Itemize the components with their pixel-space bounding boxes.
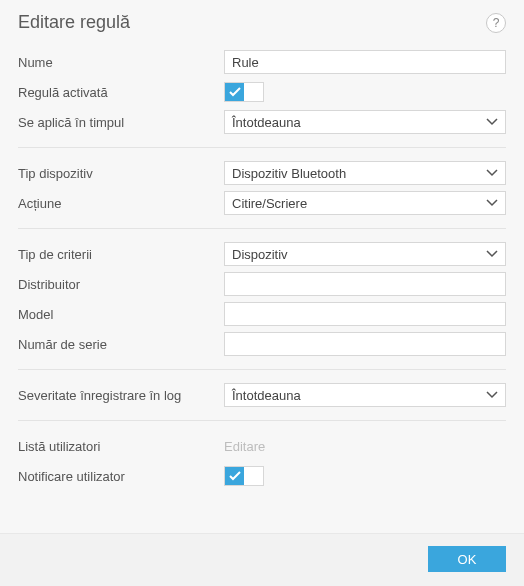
applies-select[interactable]: Întotdeauna xyxy=(224,110,506,134)
row-serial: Număr de serie xyxy=(18,329,506,359)
row-model: Model xyxy=(18,299,506,329)
serial-input[interactable] xyxy=(224,332,506,356)
notify-user-toggle[interactable] xyxy=(224,466,264,486)
row-applies: Se aplică în timpul Întotdeauna xyxy=(18,107,506,137)
model-input[interactable] xyxy=(224,302,506,326)
vendor-label: Distribuitor xyxy=(18,277,224,292)
criteria-type-value: Dispozitiv xyxy=(232,247,288,262)
chevron-down-icon xyxy=(486,169,498,177)
edit-rule-dialog: Editare regulă ? Nume Regulă activată xyxy=(0,0,524,586)
dialog-title: Editare regulă xyxy=(18,12,130,33)
chevron-down-icon xyxy=(486,199,498,207)
divider xyxy=(18,420,506,421)
action-select[interactable]: Citire/Scriere xyxy=(224,191,506,215)
log-severity-value: Întotdeauna xyxy=(232,388,301,403)
ok-button[interactable]: OK xyxy=(428,546,506,572)
applies-label: Se aplică în timpul xyxy=(18,115,224,130)
row-enabled: Regulă activată xyxy=(18,77,506,107)
check-icon xyxy=(225,83,244,101)
device-type-select[interactable]: Dispozitiv Bluetooth xyxy=(224,161,506,185)
applies-value: Întotdeauna xyxy=(232,115,301,130)
help-button[interactable]: ? xyxy=(486,13,506,33)
user-list-edit-link: Editare xyxy=(224,439,265,454)
row-notify-user: Notificare utilizator xyxy=(18,461,506,491)
log-severity-label: Severitate înregistrare în log xyxy=(18,388,224,403)
vendor-input[interactable] xyxy=(224,272,506,296)
dialog-header: Editare regulă ? xyxy=(0,0,524,43)
criteria-type-select[interactable]: Dispozitiv xyxy=(224,242,506,266)
chevron-down-icon xyxy=(486,118,498,126)
check-icon xyxy=(225,467,244,485)
action-value: Citire/Scriere xyxy=(232,196,307,211)
enabled-label: Regulă activată xyxy=(18,85,224,100)
row-vendor: Distribuitor xyxy=(18,269,506,299)
dialog-body: Nume Regulă activată Se aplică în timpul xyxy=(0,43,524,533)
criteria-type-label: Tip de criterii xyxy=(18,247,224,262)
enabled-toggle[interactable] xyxy=(224,82,264,102)
row-user-list: Listă utilizatori Editare xyxy=(18,431,506,461)
name-input[interactable] xyxy=(224,50,506,74)
row-action: Acțiune Citire/Scriere xyxy=(18,188,506,218)
help-icon: ? xyxy=(493,16,500,30)
divider xyxy=(18,147,506,148)
serial-label: Număr de serie xyxy=(18,337,224,352)
row-name: Nume xyxy=(18,47,506,77)
divider xyxy=(18,228,506,229)
row-device-type: Tip dispozitiv Dispozitiv Bluetooth xyxy=(18,158,506,188)
action-label: Acțiune xyxy=(18,196,224,211)
name-label: Nume xyxy=(18,55,224,70)
dialog-footer: OK xyxy=(0,533,524,586)
model-label: Model xyxy=(18,307,224,322)
chevron-down-icon xyxy=(486,250,498,258)
user-list-label: Listă utilizatori xyxy=(18,439,224,454)
divider xyxy=(18,369,506,370)
device-type-value: Dispozitiv Bluetooth xyxy=(232,166,346,181)
chevron-down-icon xyxy=(486,391,498,399)
log-severity-select[interactable]: Întotdeauna xyxy=(224,383,506,407)
notify-user-label: Notificare utilizator xyxy=(18,469,224,484)
row-criteria-type: Tip de criterii Dispozitiv xyxy=(18,239,506,269)
row-log-severity: Severitate înregistrare în log Întotdeau… xyxy=(18,380,506,410)
device-type-label: Tip dispozitiv xyxy=(18,166,224,181)
